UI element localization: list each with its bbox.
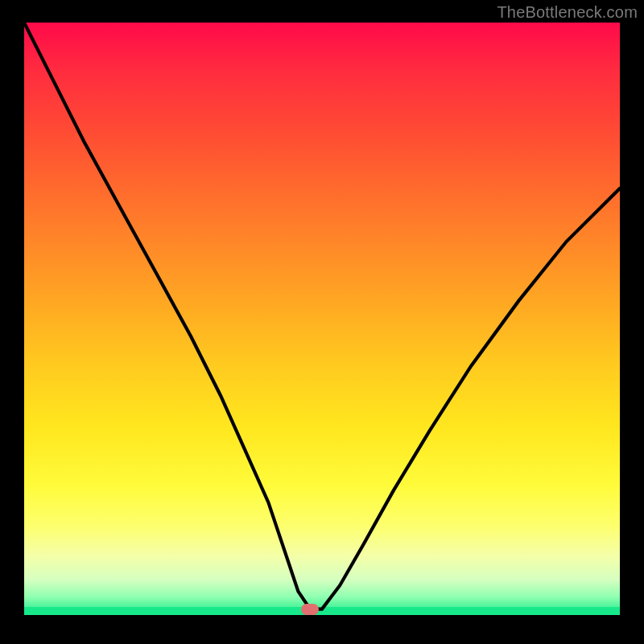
chart-frame: TheBottleneck.com [0, 0, 644, 644]
chart-plot-area [24, 23, 620, 615]
watermark-text: TheBottleneck.com [497, 3, 638, 22]
bottleneck-curve-path [24, 23, 620, 609]
optimal-point-marker [301, 604, 319, 615]
chart-curve [24, 23, 620, 615]
